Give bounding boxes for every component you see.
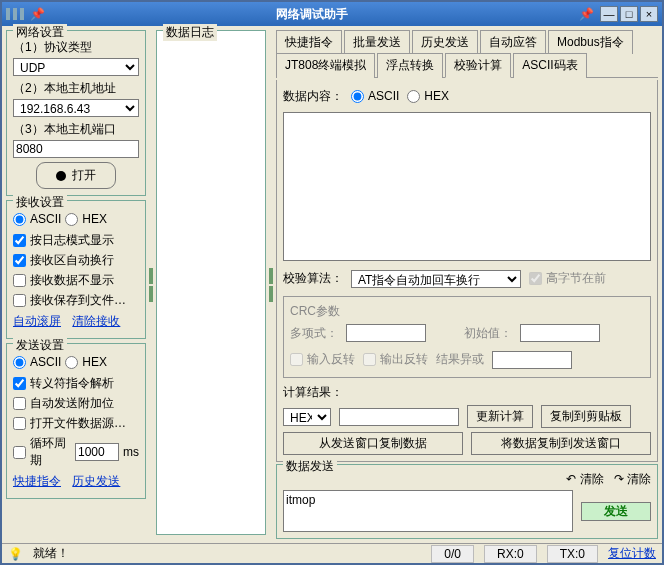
tab-jt808[interactable]: JT808终端模拟 [276,53,375,78]
protocol-label: （1）协议类型 [13,39,139,56]
send-textarea[interactable]: itmop [283,490,573,532]
splitter-left[interactable] [148,30,154,539]
recv-hex-radio[interactable] [65,213,78,226]
data-ascii-radio[interactable] [351,90,364,103]
tab-history[interactable]: 历史发送 [412,30,478,54]
xor-input [492,351,572,369]
copy-from-send-button[interactable]: 从发送窗口复制数据 [283,432,463,455]
tab-batchsend[interactable]: 批量发送 [344,30,410,54]
escape-parse-check[interactable] [13,377,26,390]
history-send-link[interactable]: 历史发送 [72,473,120,490]
loop-period-check[interactable] [13,446,26,459]
data-hex-radio[interactable] [407,90,420,103]
auto-append-check[interactable] [13,397,26,410]
out-rev-check [363,353,376,366]
close-button[interactable]: × [640,6,658,22]
tab-autoreply[interactable]: 自动应答 [480,30,546,54]
tab-modbus[interactable]: Modbus指令 [548,30,633,54]
port-input[interactable] [13,140,139,158]
data-send-group: 数据发送 ↶ 清除 ↷ 清除 itmop 发送 [276,464,658,539]
in-rev-check [290,353,303,366]
host-label: （2）本地主机地址 [13,80,139,97]
tab-float[interactable]: 浮点转换 [377,53,443,78]
send-hex-radio[interactable] [65,356,78,369]
receive-settings-group: 接收设置 ASCII HEX 按日志模式显示 接收区自动换行 接收数据不显示 接… [6,200,146,339]
tab-checksum[interactable]: 校验计算 [445,53,511,78]
titlebar: 📌 网络调试助手 📌 — □ × [2,2,662,26]
clear-left-icon[interactable]: ↶ 清除 [566,471,603,488]
recv-hide-check[interactable] [13,274,26,287]
result-input[interactable] [339,408,459,426]
status-io: 0/0 [431,545,474,563]
reset-count-link[interactable]: 复位计数 [608,545,656,562]
tab-content: 数据内容： ASCII HEX 校验算法： AT指令自动加回车换行 高字节在前 … [276,80,658,462]
group-title: 网络设置 [13,24,67,41]
maximize-button[interactable]: □ [620,6,638,22]
xor-label: 结果异或 [436,351,484,368]
group-title: 数据日志 [163,24,217,41]
result-format-select[interactable]: HEX [283,408,331,426]
data-content-textarea[interactable] [283,112,651,261]
send-button[interactable]: 发送 [581,502,651,521]
protocol-select[interactable]: UDP [13,58,139,76]
algo-label: 校验算法： [283,270,343,287]
loop-period-input[interactable] [75,443,119,461]
open-button[interactable]: 打开 [36,162,116,189]
tab-ascii-table[interactable]: ASCII码表 [513,53,586,78]
window-title: 网络调试助手 [51,6,573,23]
algo-select[interactable]: AT指令自动加回车换行 [351,270,521,288]
copy-to-send-button[interactable]: 将数据复制到发送窗口 [471,432,651,455]
init-input [520,324,600,342]
group-title: 接收设置 [13,194,67,211]
open-file-source-check[interactable] [13,417,26,430]
bulb-icon: 💡 [8,547,23,561]
result-label: 计算结果： [283,384,651,401]
splitter-right[interactable] [268,30,274,539]
minimize-button[interactable]: — [600,6,618,22]
send-settings-group: 发送设置 ASCII HEX 转义符指令解析 自动发送附加位 打开文件数据源… … [6,343,146,499]
status-tx: TX:0 [547,545,598,563]
highbyte-check [529,272,542,285]
send-ascii-radio[interactable] [13,356,26,369]
tab-bar: 快捷指令 批量发送 历史发送 自动应答 Modbus指令 JT808终端模拟 浮… [276,30,658,78]
data-log-panel: 数据日志 [156,30,266,535]
calc-button[interactable]: 更新计算 [467,405,533,428]
clear-recv-link[interactable]: 清除接收 [72,313,120,330]
network-settings-group: 网络设置 （1）协议类型 UDP （2）本地主机地址 192.168.6.43 … [6,30,146,196]
crc-title: CRC参数 [290,303,644,320]
poly-label: 多项式： [290,325,338,342]
poly-input [346,324,426,342]
quick-cmd-link[interactable]: 快捷指令 [13,473,61,490]
clear-right-icon[interactable]: ↷ 清除 [614,471,651,488]
recv-ascii-radio[interactable] [13,213,26,226]
group-title: 数据发送 [283,458,337,475]
tab-quickcmd[interactable]: 快捷指令 [276,30,342,54]
auto-scroll-link[interactable]: 自动滚屏 [13,313,61,330]
sysmenu-icon[interactable] [6,8,24,20]
host-select[interactable]: 192.168.6.43 [13,99,139,117]
group-title: 发送设置 [13,337,67,354]
status-bar: 💡 就绪！ 0/0 RX:0 TX:0 复位计数 [2,543,662,563]
copy-clipboard-button[interactable]: 复制到剪贴板 [541,405,631,428]
port-label: （3）本地主机端口 [13,121,139,138]
crc-params-section: CRC参数 多项式： 初始值： 输入反转 输出反转 结果异或 [283,296,651,378]
recv-autowrap-check[interactable] [13,254,26,267]
data-content-label: 数据内容： [283,88,343,105]
status-dot-icon [56,171,66,181]
status-rx: RX:0 [484,545,537,563]
recv-logmode-check[interactable] [13,234,26,247]
pin-right-icon[interactable]: 📌 [579,7,594,21]
recv-savefile-check[interactable] [13,294,26,307]
status-ready: 就绪！ [33,545,69,562]
init-label: 初始值： [464,325,512,342]
pin-icon[interactable]: 📌 [30,7,45,21]
